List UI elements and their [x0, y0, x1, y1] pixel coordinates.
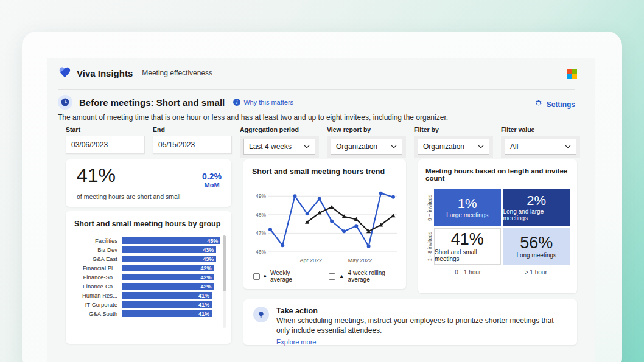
filter-value-select[interactable]: All	[505, 139, 576, 155]
bar[interactable]: 45%	[122, 237, 220, 244]
bar[interactable]: 43%	[122, 246, 216, 253]
bar-row: G&A East 43%	[74, 254, 223, 263]
matrix-row-label: 9 + invitees	[425, 189, 434, 226]
bar-category-label: Finance-So...	[74, 274, 122, 280]
bar[interactable]: 41%	[122, 301, 212, 308]
kpi-change-value: 0.2%	[202, 172, 222, 181]
explore-more-link[interactable]: Explore more	[276, 338, 316, 346]
bar-category-label: Facilities	[74, 237, 122, 244]
kpi-value: 41%	[77, 164, 116, 187]
end-date-input[interactable]: 05/15/2023	[153, 136, 232, 154]
matrix-title: Meeting hours based on length and invite…	[425, 167, 570, 182]
why-this-matters-link[interactable]: i Why this matters	[233, 99, 293, 106]
bar-track: 45%	[122, 237, 223, 244]
take-action-card: Take action When scheduling meetings, in…	[243, 299, 577, 345]
filter-by-select[interactable]: Organization	[418, 139, 489, 155]
bar-value-label: 42%	[201, 274, 214, 280]
bar-track: 41%	[122, 301, 223, 308]
lightbulb-icon	[253, 307, 269, 322]
aggregation-period-select[interactable]: Last 4 weeks	[243, 139, 315, 155]
bar[interactable]: 43%	[122, 256, 216, 262]
bar[interactable]: 42%	[122, 265, 214, 271]
bar[interactable]: 41%	[122, 292, 212, 299]
take-action-title: Take action	[276, 307, 567, 315]
view-report-by-select[interactable]: Organization	[331, 139, 402, 155]
kpi-card: 41% of meeting hours are short and small…	[66, 159, 231, 207]
report-panel: Viva Insights Meeting effectiveness Befo…	[47, 58, 595, 362]
svg-text:46%: 46%	[256, 249, 266, 255]
microsoft-logo[interactable]	[567, 69, 577, 79]
bar-value-label: 43%	[203, 247, 216, 253]
kpi-change-period: MoM	[202, 181, 222, 189]
matrix-cell-long-and-large-meetings[interactable]: 2% Long and large meetings	[503, 189, 570, 226]
report-description: The amount of meeting time that is one h…	[58, 113, 448, 122]
matrix-cells: 1% Large meetings 2% Long and large meet…	[434, 189, 570, 265]
bar-value-label: 43%	[203, 256, 216, 262]
bar-row: Facilities 45%	[74, 236, 223, 245]
bar[interactable]: 41%	[122, 310, 212, 317]
svg-text:49%: 49%	[256, 193, 266, 199]
matrix-cell-large-meetings[interactable]: 1% Large meetings	[434, 189, 501, 226]
matrix-grid: 9 + invitees 2 - 8 invitees 1% Large mee…	[425, 189, 570, 265]
bar-chart-scrollbar[interactable]	[223, 235, 226, 328]
matrix-cell-short-and-small-meetings[interactable]: 41% Short and small meetings	[434, 228, 501, 265]
chart-legend: ● Weekly average ▲ 4 week rolling averag…	[253, 270, 406, 283]
gear-icon	[534, 99, 543, 110]
bar-value-label: 41%	[198, 311, 212, 317]
take-action-content: Take action When scheduling meetings, in…	[276, 307, 567, 338]
bar-row: Biz Dev 43%	[74, 245, 223, 254]
bar[interactable]: 42%	[122, 274, 214, 280]
trend-chart-card: Short and small meeting hours trend 49%4…	[243, 159, 406, 289]
bar-category-label: Finance-Co...	[74, 283, 122, 290]
header-divider	[58, 89, 575, 90]
settings-button[interactable]: Settings	[534, 99, 575, 110]
filter-label: View report by	[327, 126, 406, 133]
svg-text:Apr 2022: Apr 2022	[299, 257, 322, 263]
checkbox[interactable]	[329, 273, 335, 280]
filter-bar: Start03/06/2023End05/15/2023Aggregation …	[66, 126, 580, 158]
legend-item[interactable]: ● Weekly average	[253, 270, 312, 283]
chevron-down-icon	[478, 145, 484, 148]
svg-text:48%: 48%	[256, 212, 266, 218]
legend-marker: ▲	[339, 273, 345, 279]
app-header: Viva Insights Meeting effectiveness	[58, 65, 212, 81]
microsoft-logo-green	[572, 69, 577, 74]
legend-item[interactable]: ▲ 4 week rolling average	[329, 270, 406, 283]
bar-category-label: IT-Corporate	[74, 301, 122, 308]
bar-track: 43%	[122, 256, 223, 262]
matrix-col-label: > 1 hour	[502, 269, 570, 276]
matrix-cell-long-meetings[interactable]: 56% Long meetings	[503, 228, 570, 265]
bar-category-label: Biz Dev	[74, 246, 122, 253]
filter-label: End	[153, 126, 232, 133]
chevron-down-icon	[391, 145, 397, 148]
bar-track: 41%	[122, 310, 223, 317]
app-name: Viva Insights	[77, 68, 133, 78]
settings-label: Settings	[547, 100, 575, 109]
filter-value-select-wrap: All	[501, 136, 580, 158]
matrix-row-label: 2 - 8 invitees	[425, 228, 434, 265]
microsoft-logo-yellow	[572, 74, 577, 79]
bar[interactable]: 42%	[122, 283, 214, 290]
bar-row: Financial Pl... 42%	[74, 263, 223, 273]
scrollbar-thumb[interactable]	[223, 235, 226, 291]
bar-category-label: Financial Pl...	[74, 265, 122, 271]
take-action-body: When scheduling meetings, instruct your …	[276, 316, 567, 336]
start-date-input[interactable]: 03/06/2023	[66, 136, 145, 154]
viva-logo-icon	[58, 65, 72, 82]
checkbox[interactable]	[253, 273, 260, 280]
filter-group-filter-value: Filter value All	[501, 126, 580, 158]
legend-label: 4 week rolling average	[348, 270, 406, 283]
trend-chart-title: Short and small meeting hours trend	[252, 167, 399, 176]
filter-label: Aggregation period	[240, 126, 319, 133]
page-title: Before meetings: Short and small	[79, 97, 225, 108]
svg-text:47%: 47%	[256, 230, 266, 236]
legend-marker: ●	[264, 273, 267, 279]
filter-label: Filter by	[414, 126, 493, 133]
info-icon: i	[233, 99, 240, 106]
app-subtitle: Meeting effectiveness	[142, 69, 212, 77]
bar-row: Human Res... 41%	[74, 291, 223, 300]
filter-label: Filter value	[501, 126, 580, 133]
bar-chart: Facilities 45% Biz Dev 43% G&A East 43% …	[74, 236, 223, 318]
bar-track: 42%	[122, 265, 223, 271]
bar-row: Finance-So... 42%	[74, 273, 223, 282]
